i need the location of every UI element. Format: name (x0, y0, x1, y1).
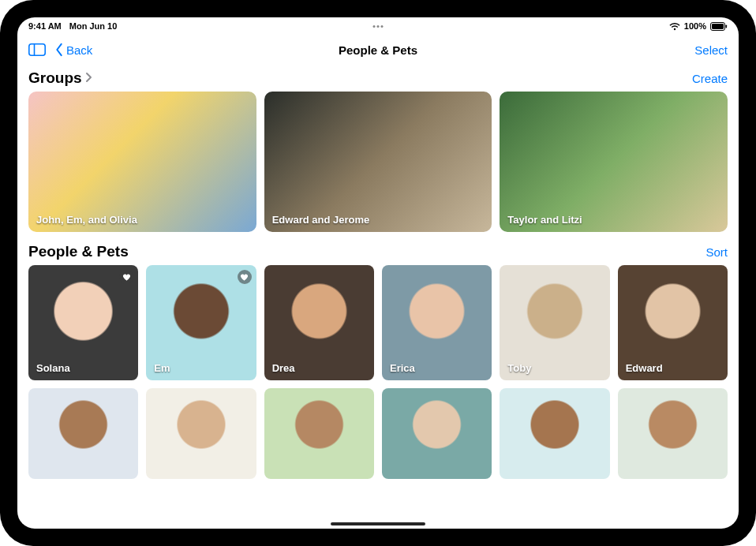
battery-icon (710, 22, 728, 31)
person-tile[interactable] (28, 388, 138, 478)
groups-row: John, Em, and Olivia Edward and Jerome T… (28, 92, 728, 232)
person-tile[interactable] (146, 388, 256, 478)
group-tile[interactable]: John, Em, and Olivia (28, 92, 256, 232)
person-label: Edward (626, 362, 663, 374)
groups-title-button[interactable]: Groups (28, 69, 92, 87)
heart-icon (238, 270, 252, 284)
status-date: Mon Jun 10 (69, 21, 118, 31)
chevron-right-icon (85, 69, 92, 87)
group-tile[interactable]: Taylor and Litzi (500, 92, 728, 232)
person-tile[interactable] (382, 388, 492, 478)
person-label: Solana (36, 362, 70, 374)
person-label: Erica (390, 362, 415, 374)
people-title: People & Pets (28, 243, 129, 260)
content-scroll[interactable]: Groups Create John, Em, and Olivia Edwar… (17, 65, 739, 529)
groups-header: Groups Create (28, 69, 728, 87)
page-title: People & Pets (339, 43, 417, 57)
create-group-button[interactable]: Create (692, 72, 728, 85)
multitask-dots-icon[interactable] (373, 25, 384, 28)
person-tile[interactable]: Em (146, 265, 256, 380)
people-header: People & Pets Sort (28, 243, 728, 260)
device-frame: 9:41 AM Mon Jun 10 100% (0, 0, 756, 546)
chevron-left-icon (54, 43, 65, 57)
person-tile[interactable]: Toby (500, 265, 609, 380)
battery-percent: 100% (684, 21, 706, 31)
person-tile[interactable] (618, 388, 728, 478)
heart-icon (119, 270, 133, 284)
group-tile[interactable]: Edward and Jerome (264, 92, 492, 232)
person-label: Drea (272, 362, 295, 374)
status-left: 9:41 AM Mon Jun 10 (28, 21, 117, 31)
svg-rect-3 (29, 44, 45, 55)
home-indicator[interactable] (331, 522, 425, 525)
svg-rect-2 (726, 24, 728, 28)
back-label: Back (66, 43, 92, 57)
person-tile[interactable]: Drea (264, 265, 374, 380)
sort-button[interactable]: Sort (705, 245, 728, 259)
svg-rect-1 (712, 24, 724, 29)
status-right: 100% (669, 21, 728, 31)
person-tile[interactable]: Solana (28, 265, 138, 380)
person-label: Toby (507, 362, 531, 374)
people-grid: Solana Em Drea Erica Toby Edward (28, 265, 728, 479)
person-label: Em (154, 362, 170, 374)
sidebar-toggle-icon[interactable] (28, 43, 46, 56)
group-label: Edward and Jerome (272, 214, 370, 226)
person-tile[interactable]: Edward (618, 265, 728, 380)
status-time: 9:41 AM (28, 21, 62, 31)
nav-bar: Back People & Pets Select (17, 35, 739, 65)
select-button[interactable]: Select (694, 43, 728, 57)
groups-title-text: Groups (28, 69, 82, 87)
person-tile[interactable] (500, 388, 609, 478)
group-label: John, Em, and Olivia (36, 214, 137, 226)
group-label: Taylor and Litzi (507, 214, 582, 226)
back-button[interactable]: Back (54, 43, 92, 57)
person-tile[interactable]: Erica (382, 265, 492, 380)
person-tile[interactable] (264, 388, 374, 478)
people-title-text: People & Pets (28, 243, 129, 260)
screen: 9:41 AM Mon Jun 10 100% (17, 17, 739, 529)
wifi-icon (669, 22, 680, 31)
status-bar: 9:41 AM Mon Jun 10 100% (17, 17, 739, 35)
